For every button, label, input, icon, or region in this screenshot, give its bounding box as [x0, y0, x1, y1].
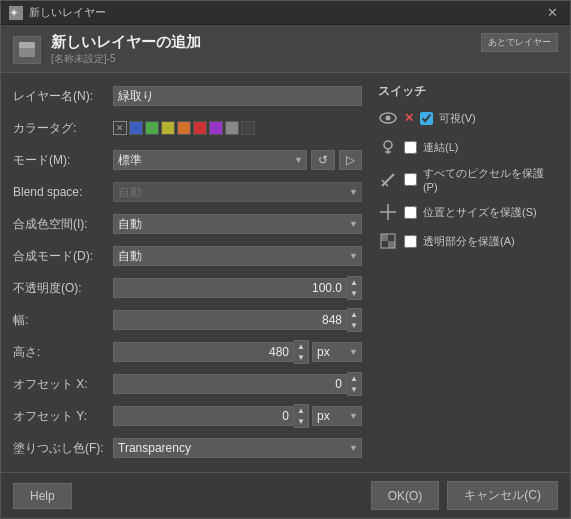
switch-row-visible: ✕ 可視(V): [378, 108, 558, 128]
dialog-title-sub: [名称未設定]-5: [51, 52, 201, 66]
switch-row-protect-pixels: すべてのピクセルを保護(P): [378, 166, 558, 193]
color-swatch-5[interactable]: [209, 121, 223, 135]
footer-right: OK(O) キャンセル(C): [371, 481, 558, 510]
protect-pixels-checkbox[interactable]: [404, 173, 417, 186]
offset-x-control: ▲ ▼: [113, 372, 362, 396]
width-decrement-button[interactable]: ▼: [347, 320, 361, 331]
layer-name-input[interactable]: [113, 86, 362, 106]
opacity-spinner-btns: ▲ ▼: [347, 276, 362, 300]
opacity-control: ▲ ▼: [113, 276, 362, 300]
opacity-row: 不透明度(O): ▲ ▼: [13, 275, 362, 301]
offset-y-increment-button[interactable]: ▲: [294, 405, 308, 416]
color-swatch-2[interactable]: [161, 121, 175, 135]
visible-icon: [378, 108, 398, 128]
fill-color-control: Transparency ▼: [113, 438, 362, 458]
mode-row: モード(M): 標準 ▼ ↺ ▷: [13, 147, 362, 173]
offset-y-input[interactable]: [113, 406, 294, 426]
dialog: ✦ 新しいレイヤー ✕ 新しいレイヤーの追加 [名称未設定]-5 あとでレイヤー: [0, 0, 571, 519]
blend-space-select[interactable]: 自動: [113, 182, 362, 202]
offset-y-label: オフセット Y:: [13, 408, 113, 425]
composite-mode-select[interactable]: 自動: [113, 246, 362, 266]
opacity-input[interactable]: [113, 278, 347, 298]
layer-name-row: レイヤー名(N):: [13, 83, 362, 109]
protect-pos-label: 位置とサイズを保護(S): [423, 205, 537, 220]
color-space-label: 合成色空間(I):: [13, 216, 113, 233]
protect-pos-checkbox[interactable]: [404, 206, 417, 219]
opacity-decrement-button[interactable]: ▼: [347, 288, 361, 299]
layer-name-control: [113, 86, 362, 106]
protect-transparency-icon: [378, 231, 398, 251]
title-bar-icon: ✦: [9, 6, 23, 20]
color-swatch-6[interactable]: [225, 121, 239, 135]
svg-line-7: [382, 174, 394, 186]
height-label: 高さ:: [13, 344, 113, 361]
svg-rect-13: [381, 234, 388, 241]
width-row: 幅: ▲ ▼: [13, 307, 362, 333]
height-input[interactable]: [113, 342, 294, 362]
offset-x-row: オフセット X: ▲ ▼: [13, 371, 362, 397]
switch-row-protect-transparency: 透明部分を保護(A): [378, 231, 558, 251]
visible-checkbox[interactable]: [420, 112, 433, 125]
help-button[interactable]: Help: [13, 483, 72, 509]
height-unit-select[interactable]: px: [312, 342, 362, 362]
dialog-header: 新しいレイヤーの追加 [名称未設定]-5 あとでレイヤー: [1, 25, 570, 73]
color-swatch-3[interactable]: [177, 121, 191, 135]
composite-mode-control: 自動 ▼: [113, 246, 362, 266]
offset-y-unit-select[interactable]: px: [312, 406, 362, 426]
dialog-body: レイヤー名(N): カラータグ: ✕: [1, 73, 570, 472]
offset-x-decrement-button[interactable]: ▼: [347, 384, 361, 395]
width-control: ▲ ▼: [113, 308, 362, 332]
blend-space-control: 自動 ▼: [113, 182, 362, 202]
offset-y-control: ▲ ▼ px ▼: [113, 404, 362, 428]
title-bar-text: 新しいレイヤー: [29, 5, 543, 20]
protect-transparency-label: 透明部分を保護(A): [423, 234, 515, 249]
blend-space-row: Blend space: 自動 ▼: [13, 179, 362, 205]
width-input[interactable]: [113, 310, 347, 330]
protect-pixels-icon: [378, 170, 398, 190]
later-layer-button[interactable]: あとでレイヤー: [481, 33, 558, 52]
dialog-title-block: 新しいレイヤーの追加 [名称未設定]-5: [13, 33, 201, 66]
opacity-increment-button[interactable]: ▲: [347, 277, 361, 288]
offset-y-row: オフセット Y: ▲ ▼ px: [13, 403, 362, 429]
footer-left: Help: [13, 483, 72, 509]
mode-extra-button[interactable]: ▷: [339, 150, 362, 170]
width-increment-button[interactable]: ▲: [347, 309, 361, 320]
composite-mode-row: 合成モード(D): 自動 ▼: [13, 243, 362, 269]
composite-mode-label: 合成モード(D):: [13, 248, 113, 265]
offset-y-spinner-btns: ▲ ▼: [294, 404, 309, 428]
visible-label: 可視(V): [439, 111, 476, 126]
mode-select[interactable]: 標準: [113, 150, 307, 170]
color-swatch-4[interactable]: [193, 121, 207, 135]
height-decrement-button[interactable]: ▼: [294, 352, 308, 363]
color-space-row: 合成色空間(I): 自動 ▼: [13, 211, 362, 237]
color-tag-none[interactable]: ✕: [113, 121, 127, 135]
color-swatch-0[interactable]: [129, 121, 143, 135]
dialog-title-main: 新しいレイヤーの追加: [51, 33, 201, 52]
width-spinner-btns: ▲ ▼: [347, 308, 362, 332]
right-panel: スイッチ ✕ 可視(V): [378, 83, 558, 462]
offset-y-decrement-button[interactable]: ▼: [294, 416, 308, 427]
mode-reset-button[interactable]: ↺: [311, 150, 335, 170]
color-swatch-1[interactable]: [145, 121, 159, 135]
fill-color-row: 塗りつぶし色(F): Transparency ▼: [13, 435, 362, 461]
height-increment-button[interactable]: ▲: [294, 341, 308, 352]
close-button[interactable]: ✕: [543, 5, 562, 20]
mode-label: モード(M):: [13, 152, 113, 169]
offset-x-input[interactable]: [113, 374, 347, 394]
fill-color-label: 塗りつぶし色(F):: [13, 440, 113, 457]
dialog-title-text: 新しいレイヤーの追加 [名称未設定]-5: [51, 33, 201, 66]
cancel-button[interactable]: キャンセル(C): [447, 481, 558, 510]
dialog-footer: Help OK(O) キャンセル(C): [1, 472, 570, 518]
offset-x-label: オフセット X:: [13, 376, 113, 393]
fill-color-select[interactable]: Transparency: [113, 438, 362, 458]
height-control: ▲ ▼ px ▼: [113, 340, 362, 364]
ok-button[interactable]: OK(O): [371, 481, 440, 510]
color-swatch-7[interactable]: [241, 121, 255, 135]
svg-rect-14: [388, 241, 395, 248]
color-space-select[interactable]: 自動: [113, 214, 362, 234]
layer-name-label: レイヤー名(N):: [13, 88, 113, 105]
link-checkbox[interactable]: [404, 141, 417, 154]
svg-point-4: [384, 141, 392, 149]
offset-x-increment-button[interactable]: ▲: [347, 373, 361, 384]
protect-transparency-checkbox[interactable]: [404, 235, 417, 248]
